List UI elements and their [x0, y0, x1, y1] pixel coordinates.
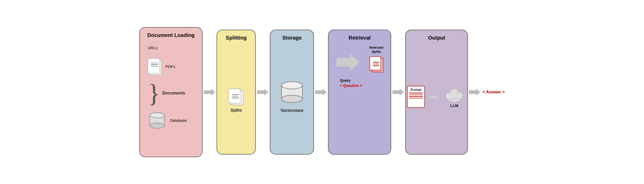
answer-arrow-icon — [469, 89, 480, 96]
panel-document-loading: Document Loading URLs PDFs — [139, 27, 202, 157]
relevant-splits-label: Relevant Splits — [369, 46, 383, 54]
pdf-line-3 — [151, 66, 158, 67]
red-lines — [373, 62, 379, 66]
answer-group: < Answer > — [469, 89, 505, 96]
prompt-line-2 — [409, 94, 423, 95]
splits-label: Splits — [231, 108, 242, 113]
svg-point-25 — [448, 99, 461, 102]
database-icon — [148, 112, 166, 129]
database-label: Database — [170, 118, 187, 123]
arrow-icon-4 — [392, 89, 404, 96]
retrieval-content: Relevant Splits — [333, 46, 386, 148]
arrow-2 — [256, 89, 270, 96]
question-label: < Question > — [340, 84, 362, 88]
query-label: Query — [340, 78, 362, 83]
urls-label: URLs — [148, 46, 158, 50]
split-page-1 — [228, 89, 240, 103]
storage-content: Vectorstore — [279, 81, 305, 113]
panel-storage: Storage Vectorstore — [270, 30, 314, 155]
pdf-lines — [151, 63, 158, 67]
split-line-3 — [232, 98, 238, 98]
svg-point-11 — [282, 95, 302, 103]
relevant-splits-group: Relevant Splits — [369, 46, 383, 72]
vectorstore-icon — [279, 81, 305, 104]
prompt-doc-icon: Prompt — [407, 86, 425, 108]
svg-marker-15 — [315, 89, 327, 96]
llm-cloud: LLM — [443, 86, 466, 108]
pdf-row: PDFs — [148, 58, 175, 75]
splits-content: Splits — [228, 81, 244, 113]
split-line-2 — [232, 96, 238, 97]
svg-point-5 — [150, 113, 164, 118]
split-lines — [232, 94, 238, 98]
red-line-2 — [373, 64, 379, 65]
vectorstore-label: Vectorstore — [281, 108, 303, 113]
query-group: Query < Question > — [340, 78, 362, 88]
svg-marker-7 — [257, 89, 269, 96]
split-line-1 — [232, 94, 238, 95]
prompt-line-3 — [409, 96, 423, 97]
arrow-3 — [314, 89, 328, 96]
output-content: Prompt — [407, 46, 466, 148]
svg-marker-6 — [204, 89, 215, 96]
svg-marker-17 — [392, 89, 404, 96]
pdf-line-1 — [151, 63, 158, 64]
svg-marker-18 — [430, 94, 438, 99]
svg-marker-16 — [336, 53, 360, 72]
prompt-line-4 — [409, 98, 423, 99]
red-line-1 — [373, 62, 379, 63]
llm-cloud-icon — [443, 86, 466, 102]
svg-point-2 — [150, 123, 164, 128]
panel-output: Output Prompt — [405, 30, 468, 155]
prompt-group: Prompt — [407, 86, 425, 108]
documents-label: Documents — [162, 91, 185, 96]
database-row: Database — [148, 112, 187, 129]
llm-label: LLM — [450, 103, 458, 108]
answer-label: < Answer > — [482, 90, 505, 94]
pdf-line-2 — [151, 64, 158, 65]
panel-retrieval: Retrieval Relevant Splits — [328, 30, 391, 155]
panel-splitting: Splitting Splits — [217, 30, 256, 155]
red-page-1 — [369, 56, 381, 70]
panel-title-split: Splitting — [226, 35, 247, 41]
prompt-label-inside: Prompt — [409, 88, 423, 92]
pdf-page-1 — [148, 58, 160, 73]
retrieval-arrow — [336, 53, 360, 73]
brace-icon: } — [148, 82, 160, 104]
arrow-1 — [202, 89, 217, 96]
panel-title-storage: Storage — [282, 35, 301, 41]
red-line-3 — [373, 65, 379, 66]
pdfs-label: PDFs — [165, 64, 175, 69]
panel-title-output: Output — [428, 35, 445, 41]
rag-diagram: Document Loading URLs PDFs — [139, 27, 505, 157]
brace-group: } Documents — [148, 82, 185, 104]
svg-point-14 — [282, 82, 302, 89]
svg-marker-26 — [469, 89, 480, 96]
panel-title-retrieval: Retrieval — [349, 35, 371, 41]
panel-title-doc: Document Loading — [147, 32, 195, 38]
arrow-icon-3 — [315, 89, 327, 96]
splits-icon — [228, 89, 244, 104]
doc-content: URLs PDFs } — [144, 46, 198, 129]
arrow-4 — [391, 89, 405, 96]
retrieval-arrow-icon — [336, 53, 360, 72]
arrow-icon-1 — [204, 89, 215, 96]
prompt-line-1 — [409, 93, 423, 93]
pdf-icon — [148, 58, 162, 75]
arrow-icon-2 — [257, 89, 269, 96]
red-doc-stack — [369, 56, 383, 72]
output-inner-arrow — [430, 94, 438, 99]
